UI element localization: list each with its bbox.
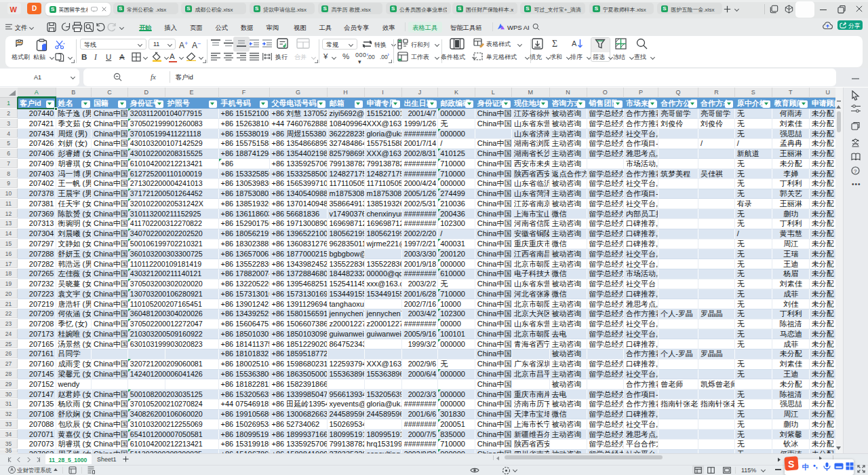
svg-text:A: A (572, 39, 577, 48)
svg-text:.00: .00 (367, 54, 375, 60)
svg-text:.00: .00 (380, 54, 388, 60)
svg-text:?: ? (854, 168, 857, 174)
